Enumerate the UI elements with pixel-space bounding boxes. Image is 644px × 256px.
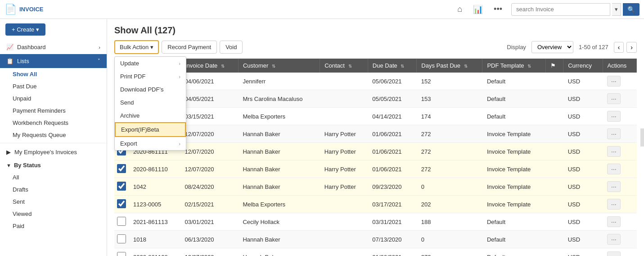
row-checkbox[interactable] <box>117 252 126 256</box>
sidebar-item-show-all[interactable]: Show All <box>6 68 107 80</box>
main-layout: + Create ▾ 📈Dashboard › 📋Lists ˅ Show Al… <box>0 19 644 256</box>
row-days-past-due: 202 <box>417 196 482 213</box>
sidebar-item-drafts[interactable]: Drafts <box>6 183 107 196</box>
sidebar-collapse-button[interactable]: ‹ <box>640 128 644 146</box>
row-checkbox[interactable] <box>117 164 126 173</box>
sidebar-item-sent[interactable]: Sent <box>6 196 107 208</box>
col-currency: Currency <box>563 59 603 73</box>
row-contact <box>320 213 368 231</box>
row-action-button[interactable]: ··· <box>607 234 621 245</box>
archive-label: Archive <box>120 112 140 119</box>
dropdown-item-archive[interactable]: Archive <box>115 109 186 122</box>
row-currency: USD <box>563 196 603 213</box>
row-action-button[interactable]: ··· <box>607 76 621 87</box>
table-header-row: Invoice Date ⇅ Customer ⇅ Contact ⇅ Due … <box>114 59 637 73</box>
sidebar-item-my-employees-invoices[interactable]: ▶My Employee's Invoices <box>0 145 107 159</box>
by-status-label: By Status <box>14 162 41 169</box>
home-button[interactable]: ⌂ <box>454 3 466 16</box>
sidebar-item-lists[interactable]: 📋Lists ˅ <box>0 54 107 68</box>
row-action-button[interactable]: ··· <box>607 111 621 122</box>
row-customer: Hannah Baker <box>238 143 320 160</box>
row-currency: USD <box>563 248 603 256</box>
row-action-button[interactable]: ··· <box>607 146 621 157</box>
pagination-next-button[interactable]: › <box>626 42 637 53</box>
create-button[interactable]: + Create ▾ <box>5 23 45 36</box>
col-contact[interactable]: Contact ⇅ <box>320 59 368 73</box>
row-invoice-date: 12/07/2020 <box>180 125 238 143</box>
col-flag[interactable]: ⚑ <box>546 59 563 73</box>
sidebar-item-unpaid[interactable]: Unpaid <box>6 92 107 105</box>
bulk-action-button[interactable]: Bulk Action ▾ <box>114 40 159 54</box>
col-days-past-due[interactable]: Days Past Due ⇅ <box>417 59 482 73</box>
sidebar-item-past-due[interactable]: Past Due <box>6 80 107 92</box>
header-icons: ⌂ 📊 ••• <box>454 3 506 16</box>
row-days-past-due: 152 <box>417 73 482 90</box>
sidebar-by-status-header[interactable]: ▼ By Status <box>0 159 107 171</box>
row-checkbox[interactable] <box>117 182 126 191</box>
row-days-past-due: 153 <box>417 90 482 108</box>
col-pdf-template[interactable]: PDF Template ⇅ <box>482 59 546 73</box>
table-row: 2020-861108 12/07/2020 Hannah Baker 01/0… <box>114 248 637 256</box>
row-invoice-date: 02/15/2021 <box>180 196 238 213</box>
dropdown-item-export[interactable]: Export › <box>115 137 186 150</box>
row-days-past-due: 0 <box>417 231 482 248</box>
create-button-label: + Create ▾ <box>12 26 39 33</box>
chart-button[interactable]: 📊 <box>469 3 486 16</box>
sidebar-item-my-requests-queue[interactable]: My Requests Queue <box>6 129 107 141</box>
more-button[interactable]: ••• <box>490 3 506 16</box>
row-checkbox[interactable] <box>117 234 126 243</box>
row-action-button[interactable]: ··· <box>607 164 621 174</box>
invoice-table: Invoice Date ⇅ Customer ⇅ Contact ⇅ Due … <box>114 59 637 256</box>
row-invoice-num: 2021-861113 <box>129 213 180 231</box>
sidebar-item-paid[interactable]: Paid <box>6 220 107 232</box>
row-contact: Harry Potter <box>320 178 368 196</box>
content-area: ‹ Show All (127) Bulk Action ▾ Record Pa… <box>107 19 644 256</box>
dropdown-item-download-pdfs[interactable]: Download PDF's <box>115 83 186 96</box>
dropdown-item-send[interactable]: Send <box>115 96 186 109</box>
row-action-button[interactable]: ··· <box>607 216 621 227</box>
row-action-button[interactable]: ··· <box>607 181 621 192</box>
dropdown-item-update[interactable]: Update › <box>115 57 186 70</box>
record-payment-button[interactable]: Record Payment <box>162 41 217 54</box>
sidebar-item-all[interactable]: All <box>6 171 107 183</box>
display-select[interactable]: Overview <box>531 41 573 53</box>
sidebar-item-dashboard[interactable]: 📈Dashboard › <box>0 40 107 54</box>
dropdown-item-print-pdf[interactable]: Print PDF › <box>115 70 186 83</box>
row-due-date: 09/23/2020 <box>368 178 416 196</box>
col-customer[interactable]: Customer ⇅ <box>238 59 320 73</box>
row-customer: Mrs Carolina Macaluso <box>238 90 320 108</box>
search-submit-button[interactable]: 🔍 <box>623 3 639 16</box>
row-invoice-date: 04/06/2021 <box>180 73 238 90</box>
sidebar-item-workbench-requests[interactable]: Workbench Requests <box>6 117 107 129</box>
row-action-button[interactable]: ··· <box>607 128 621 139</box>
search-input[interactable] <box>511 3 610 16</box>
row-action-button[interactable]: ··· <box>607 93 621 104</box>
sidebar-item-payment-reminders[interactable]: Payment Reminders <box>6 105 107 117</box>
row-checkbox[interactable] <box>117 217 126 226</box>
void-button[interactable]: Void <box>220 41 243 54</box>
row-currency: USD <box>563 231 603 248</box>
row-days-past-due: 272 <box>417 143 482 160</box>
row-actions: ··· <box>603 125 636 143</box>
row-due-date: 07/13/2020 <box>368 231 416 248</box>
row-customer: Melba Exporters <box>238 108 320 125</box>
dropdown-item-export-if-beta[interactable]: Export(IF)Beta <box>115 122 186 137</box>
row-due-date: 01/06/2021 <box>368 143 416 160</box>
row-checkbox[interactable] <box>117 199 126 208</box>
row-due-date: 01/06/2021 <box>368 248 416 256</box>
sidebar-item-viewed[interactable]: Viewed <box>6 208 107 220</box>
col-invoice-date[interactable]: Invoice Date ⇅ <box>180 59 238 73</box>
row-invoice-date: 12/07/2020 <box>180 160 238 178</box>
row-currency: USD <box>563 213 603 231</box>
row-currency: USD <box>563 143 603 160</box>
row-action-button[interactable]: ··· <box>607 251 621 256</box>
col-due-date[interactable]: Due Date ⇅ <box>368 59 416 73</box>
table-row: 1018 06/13/2020 Hannah Baker 07/13/2020 … <box>114 231 637 248</box>
search-dropdown-button[interactable]: ▾ <box>612 3 621 16</box>
pagination-prev-button[interactable]: ‹ <box>614 42 624 53</box>
row-action-button[interactable]: ··· <box>607 199 621 210</box>
table-row: 2021-861113 03/01/2021 Cecily Hollack 03… <box>114 213 637 231</box>
row-flag-cell <box>546 248 563 256</box>
row-flag-cell <box>546 160 563 178</box>
lists-chevron: ˅ <box>98 58 100 64</box>
